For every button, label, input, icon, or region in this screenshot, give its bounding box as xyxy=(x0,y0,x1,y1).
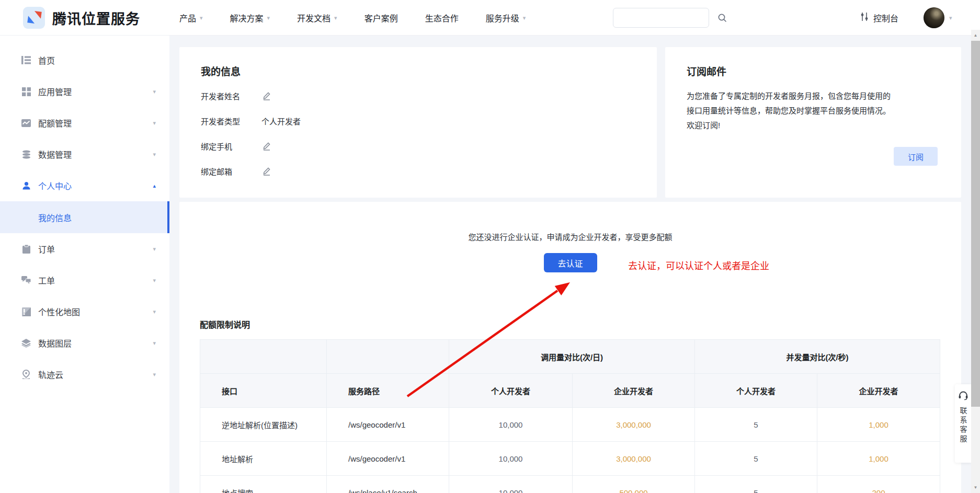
user-avatar[interactable] xyxy=(924,7,944,28)
path-cell: /ws/place/v1/search xyxy=(327,476,449,493)
nav-item-docs[interactable]: 开发文档 ▾ xyxy=(297,12,337,24)
nav-item-label: 服务升级 xyxy=(486,12,519,24)
map-icon xyxy=(21,306,31,317)
clipboard-icon xyxy=(21,244,31,254)
search-input[interactable] xyxy=(613,8,717,27)
contact-support-tab[interactable]: 联系客服 xyxy=(955,384,971,463)
sidebar-item-data-management[interactable]: 数据管理 ▾ xyxy=(0,139,169,170)
sidebar-item-personal-center[interactable]: 个人中心 ▴ xyxy=(0,170,169,201)
chevron-down-icon: ▾ xyxy=(334,15,337,21)
main-nav: 产品 ▾ 解决方案 ▾ 开发文档 ▾ 客户案例 生态合作 服务升级 ▾ xyxy=(179,0,526,36)
profile-row-label: 绑定邮箱 xyxy=(201,166,261,177)
sidebar-item-label: 应用管理 xyxy=(38,85,153,98)
headset-icon xyxy=(958,391,968,403)
col-header-enterprise-qps: 企业开发者 xyxy=(817,374,940,408)
col-header-path: 服务路径 xyxy=(327,374,449,408)
avatar-chevron-down-icon[interactable]: ▾ xyxy=(949,15,952,21)
nav-item-upgrade[interactable]: 服务升级 ▾ xyxy=(486,12,526,24)
certification-quota-card: 您还没进行企业认证，申请成为企业开发者，享受更多配额 去认证 去认证，可以认证个… xyxy=(179,202,961,493)
subscribe-mail-card: 订阅邮件 为您准备了专属定制的开发者服务月报，包含您每月使用的接口用量统计等信息… xyxy=(665,47,961,198)
sidebar-subitem-label: 我的信息 xyxy=(38,211,169,224)
edit-phone-button[interactable] xyxy=(261,141,271,151)
brand-name: 腾讯位置服务 xyxy=(52,8,140,28)
edit-name-button[interactable] xyxy=(261,91,271,101)
sidebar-item-track-cloud[interactable]: 轨迹云 ▾ xyxy=(0,359,169,390)
qps-group-header: 并发量对比(次/秒) xyxy=(695,340,940,374)
sidebar-item-app-management[interactable]: 应用管理 ▾ xyxy=(0,76,169,107)
chevron-down-icon: ▾ xyxy=(153,120,156,127)
table-row: 地点搜索 /ws/place/v1/search 10,000 500,000 … xyxy=(200,476,940,493)
personal-qps-cell: 5 xyxy=(695,476,817,493)
api-cell: 地点搜索 xyxy=(200,476,327,493)
col-header-personal-qps: 个人开发者 xyxy=(695,374,817,408)
nav-item-solutions[interactable]: 解决方案 ▾ xyxy=(230,12,270,24)
scrollbar-thumb[interactable] xyxy=(971,41,980,407)
profile-row-label: 开发者类型 xyxy=(201,116,261,127)
quota-column-header-row: 接口 服务路径 个人开发者 企业开发者 个人开发者 企业开发者 xyxy=(200,374,940,408)
chevron-down-icon: ▾ xyxy=(153,371,156,378)
brand-logo[interactable]: 腾讯位置服务 xyxy=(23,7,140,29)
enterprise-qps-cell: 1,000 xyxy=(817,442,940,476)
enterprise-daily-cell: 500,000 xyxy=(573,476,695,493)
table-row: 地址解析 /ws/geocoder/v1 10,000 3,000,000 5 … xyxy=(200,442,940,476)
certification-message: 您还没进行企业认证，申请成为企业开发者，享受更多配额 xyxy=(179,231,961,242)
sidebar-item-quota-management[interactable]: 配额管理 ▾ xyxy=(0,107,169,139)
nav-item-products[interactable]: 产品 ▾ xyxy=(179,12,203,24)
go-certify-button[interactable]: 去认证 xyxy=(544,253,597,272)
personal-daily-cell: 10,000 xyxy=(449,476,573,493)
sidebar-item-data-layers[interactable]: 数据图层 ▾ xyxy=(0,327,169,359)
sidebar-item-label: 个性化地图 xyxy=(38,305,153,318)
subscribe-title: 订阅邮件 xyxy=(687,64,940,78)
chevron-up-icon: ▴ xyxy=(153,182,156,189)
profile-row-phone: 绑定手机 xyxy=(201,139,657,153)
edit-email-button[interactable] xyxy=(261,166,271,176)
quota-group-header-row: 调用量对比(次/日) 并发量对比(次/秒) xyxy=(200,340,940,374)
profile-row-label: 绑定手机 xyxy=(201,141,261,152)
sidebar-item-label: 首页 xyxy=(38,54,156,66)
chevron-down-icon: ▾ xyxy=(267,15,270,21)
personal-qps-cell: 5 xyxy=(695,442,817,476)
col-header-personal-daily: 个人开发者 xyxy=(449,374,573,408)
daily-calls-group-header: 调用量对比(次/日) xyxy=(449,340,695,374)
api-cell: 地址解析 xyxy=(200,442,327,476)
layers-icon xyxy=(21,338,31,348)
developer-type-value: 个人开发者 xyxy=(261,116,301,127)
contact-support-label: 联系客服 xyxy=(958,407,968,444)
nav-item-cases[interactable]: 客户案例 xyxy=(364,12,398,24)
console-link[interactable]: 控制台 xyxy=(860,0,898,36)
my-info-card: 我的信息 开发者姓名 开发者类型 个人开发者 绑定手机 绑定邮箱 xyxy=(179,47,657,198)
sidebar-item-custom-map[interactable]: 个性化地图 ▾ xyxy=(0,296,169,327)
path-cell: /ws/geocoder/v1 xyxy=(327,408,449,442)
sidebar: 首页 应用管理 ▾ 配额管理 ▾ 数据管理 ▾ 个人中心 ▴ 我的信息 订单 xyxy=(0,36,169,493)
sidebar-item-home[interactable]: 首页 xyxy=(0,44,169,76)
profile-row-type: 开发者类型 个人开发者 xyxy=(201,113,657,128)
sidebar-item-orders[interactable]: 订单 ▾ xyxy=(0,233,169,265)
chart-icon xyxy=(21,118,31,128)
sidebar-item-label: 个人中心 xyxy=(38,179,153,192)
compass-logo-icon xyxy=(23,7,45,29)
profile-row-email: 绑定邮箱 xyxy=(201,164,657,178)
chevron-down-icon: ▾ xyxy=(153,246,156,253)
enterprise-qps-cell: 1,000 xyxy=(817,408,940,442)
enterprise-qps-cell: 200 xyxy=(817,476,940,493)
personal-qps-cell: 5 xyxy=(695,408,817,442)
sidebar-subitem-my-info[interactable]: 我的信息 xyxy=(0,201,169,233)
empty-header-cell xyxy=(327,340,449,374)
scrollbar-down-arrow[interactable]: ▼ xyxy=(971,483,980,492)
user-icon xyxy=(21,180,31,191)
sidebar-item-tickets[interactable]: 工单 ▾ xyxy=(0,265,169,296)
subscribe-button[interactable]: 订阅 xyxy=(894,147,938,166)
search-icon[interactable] xyxy=(717,13,727,22)
chevron-down-icon: ▾ xyxy=(153,277,156,284)
chevron-down-icon: ▾ xyxy=(153,88,156,95)
chevron-down-icon: ▾ xyxy=(153,308,156,315)
nav-item-ecosystem[interactable]: 生态合作 xyxy=(425,12,459,24)
database-icon xyxy=(21,149,31,159)
my-info-title: 我的信息 xyxy=(201,64,657,78)
col-header-api: 接口 xyxy=(200,374,327,408)
quota-heading: 配额限制说明 xyxy=(200,318,250,330)
scrollbar-up-arrow[interactable]: ▲ xyxy=(971,31,980,40)
personal-daily-cell: 10,000 xyxy=(449,408,573,442)
sidebar-item-label: 工单 xyxy=(38,274,153,286)
subscribe-description: 为您准备了专属定制的开发者服务月报，包含您每月使用的接口用量统计等信息，帮助您及… xyxy=(687,89,897,133)
